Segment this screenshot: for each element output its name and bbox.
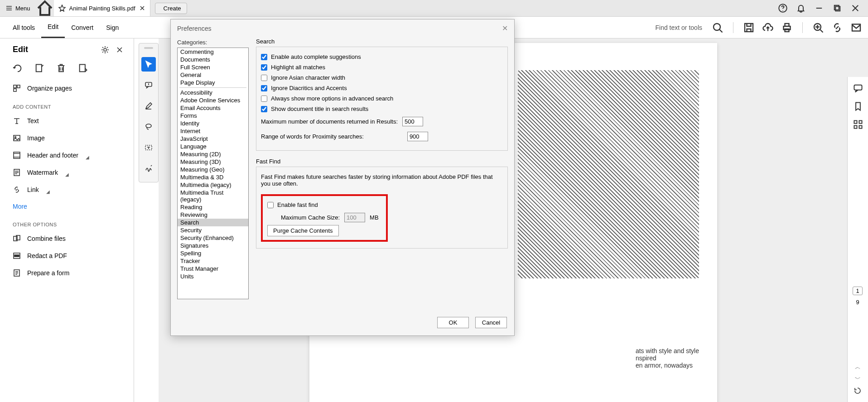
svg-rect-16 [14, 135, 20, 141]
category-item[interactable]: Reading [178, 203, 248, 211]
redact-item[interactable]: Redact a PDF [0, 247, 134, 264]
category-item[interactable]: JavaScript [178, 135, 248, 143]
add-image-item[interactable]: Image [0, 129, 134, 147]
tab-all-tools[interactable]: All tools [6, 17, 41, 38]
crop-button[interactable] [34, 63, 44, 73]
ai-button[interactable] [813, 22, 824, 33]
tab-convert[interactable]: Convert [65, 17, 100, 38]
category-item[interactable]: Multimedia & 3D [178, 173, 248, 181]
category-item[interactable]: Reviewing [178, 211, 248, 219]
link-item[interactable]: Link ◢ [0, 181, 134, 198]
watermark-item[interactable]: Watermark ◢ [0, 164, 134, 181]
share-button[interactable] [851, 22, 862, 33]
category-item[interactable]: Security (Enhanced) [178, 234, 248, 242]
text-box-tool[interactable] [141, 140, 156, 155]
category-item[interactable]: Signatures [178, 242, 248, 249]
category-item[interactable]: Tracker [178, 257, 248, 265]
minimize-button[interactable] [815, 4, 824, 13]
menu-button[interactable]: Menu [0, 0, 36, 16]
category-item[interactable]: Internet [178, 127, 248, 135]
categories-list[interactable]: CommentingDocumentsFull ScreenGeneralPag… [177, 48, 249, 299]
ok-button[interactable]: OK [437, 317, 469, 328]
organize-pages-item[interactable]: Organize pages [0, 80, 134, 97]
tab-edit[interactable]: Edit [41, 17, 65, 38]
add-text-item[interactable]: Text [0, 112, 134, 129]
category-item[interactable]: Email Accounts [178, 104, 248, 112]
highlight-tool[interactable] [141, 99, 156, 113]
drag-handle[interactable] [144, 47, 153, 49]
close-window-button[interactable] [851, 4, 860, 13]
tab-sign[interactable]: Sign [100, 17, 125, 38]
category-item[interactable]: Documents [178, 56, 248, 63]
more-link[interactable]: More [0, 198, 134, 215]
category-item[interactable]: Search [178, 219, 248, 226]
gear-icon[interactable] [101, 46, 109, 54]
category-item[interactable]: Forms [178, 112, 248, 120]
page-down-button[interactable]: ﹀ [853, 375, 863, 383]
document-tab[interactable]: Animal Painting Skills.pdf [54, 0, 150, 16]
prepare-form-item[interactable]: Prepare a form [0, 264, 134, 282]
category-item[interactable]: Measuring (2D) [178, 150, 248, 158]
fastfind-checkbox[interactable]: Enable fast find [267, 200, 381, 210]
lasso-tool[interactable] [141, 120, 156, 134]
close-panel-icon[interactable] [116, 47, 123, 53]
diacritics-checkbox[interactable]: Ignore Diacritics and Accents [261, 83, 503, 93]
dialog-close-button[interactable]: ✕ [502, 24, 508, 33]
sparkle-icon [813, 22, 824, 33]
notifications-button[interactable] [796, 4, 805, 13]
select-tool[interactable] [141, 57, 156, 72]
asian-checkbox[interactable]: Ignore Asian character width [261, 72, 503, 83]
grid-icon[interactable] [853, 120, 863, 129]
cache-size-input[interactable] [344, 213, 365, 222]
proximity-input[interactable] [407, 132, 428, 141]
header-footer-item[interactable]: Header and footer ◢ [0, 147, 134, 164]
category-item[interactable]: Trust Manager [178, 265, 248, 273]
highlight-checkbox[interactable]: Highlight all matches [261, 62, 503, 72]
link-label: Link [27, 186, 39, 193]
bookmark-icon[interactable] [853, 101, 863, 111]
category-item[interactable]: Multimedia (legacy) [178, 181, 248, 189]
advanced-checkbox[interactable]: Always show more options in advanced sea… [261, 93, 503, 104]
maximize-button[interactable] [833, 4, 842, 13]
refresh-icon[interactable] [854, 387, 862, 395]
search-button[interactable] [712, 22, 723, 33]
category-item[interactable]: Measuring (Geo) [178, 166, 248, 173]
close-tab-icon[interactable] [139, 5, 145, 11]
extract-button[interactable] [78, 63, 88, 73]
delete-button[interactable] [56, 63, 66, 73]
category-item[interactable]: Page Display [178, 79, 248, 86]
category-item[interactable]: Language [178, 143, 248, 150]
save-button[interactable] [743, 22, 754, 33]
category-item[interactable]: Adobe Online Services [178, 96, 248, 104]
category-item[interactable]: Measuring (3D) [178, 158, 248, 166]
category-item[interactable]: Multimedia Trust (legacy) [178, 189, 248, 203]
category-item[interactable]: Full Screen [178, 63, 248, 71]
home-button[interactable] [36, 0, 54, 16]
create-button[interactable]: Create [155, 3, 187, 14]
category-item[interactable]: Spelling [178, 249, 248, 257]
purge-cache-button[interactable]: Purge Cache Contents [267, 225, 339, 236]
page-up-button[interactable]: ︿ [853, 363, 863, 371]
print-button[interactable] [781, 22, 792, 33]
category-item[interactable]: Security [178, 226, 248, 234]
svg-rect-7 [785, 29, 789, 32]
category-item[interactable]: Accessibility [178, 89, 248, 96]
help-button[interactable] [778, 4, 787, 13]
image-label: Image [27, 134, 45, 142]
combine-files-item[interactable]: Combine files [0, 230, 134, 247]
upload-button[interactable] [762, 22, 773, 33]
autocomplete-checkbox[interactable]: Enable auto complete suggestions [261, 52, 503, 62]
doctitle-checkbox[interactable]: Show document title in search results [261, 104, 503, 114]
sign-tool[interactable] [141, 161, 156, 176]
comment-tool[interactable] [141, 78, 156, 92]
category-item[interactable]: General [178, 71, 248, 79]
undo-button[interactable] [13, 63, 23, 73]
category-item[interactable]: Identity [178, 120, 248, 127]
cancel-button[interactable]: Cancel [475, 317, 507, 328]
category-item[interactable]: Commenting [178, 48, 248, 56]
chat-icon[interactable] [853, 83, 863, 93]
category-item[interactable]: Units [178, 273, 248, 280]
max-docs-input[interactable] [402, 117, 423, 126]
link-button[interactable] [832, 22, 843, 33]
current-page[interactable]: 1 [853, 287, 863, 295]
